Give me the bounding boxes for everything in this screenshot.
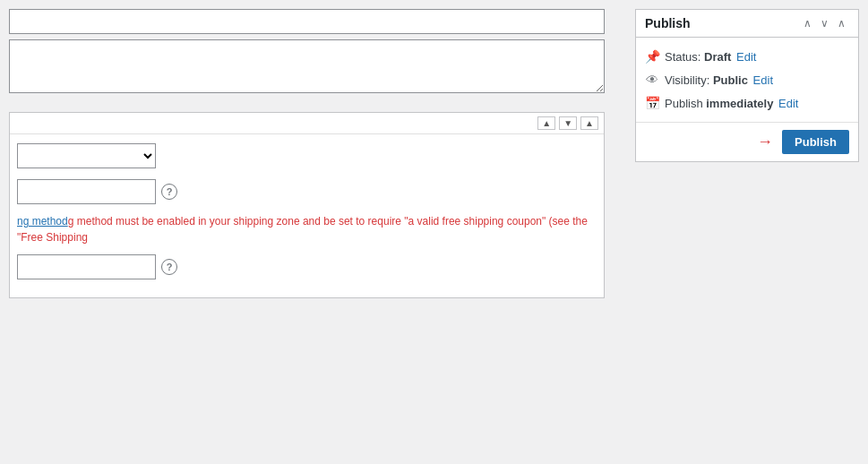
publish-time-label: Publish immediately Edit <box>665 97 798 110</box>
inner-panel: ▲ ▼ ▲ Option 1 Option 2 ? <box>9 112 605 298</box>
text-field-row-2: ? <box>17 254 597 279</box>
inner-panel-body: Option 1 Option 2 ? ng methodg method mu… <box>10 134 604 297</box>
publish-arrow-icon: → <box>757 133 773 151</box>
notice-text: ng methodg method must be enabled in you… <box>17 213 597 245</box>
separator <box>9 101 605 108</box>
calendar-icon: 📅 <box>645 96 659 110</box>
status-icon: 📌 <box>645 49 659 64</box>
shipping-select[interactable]: Option 1 Option 2 <box>17 143 156 168</box>
publish-time-value: immediately <box>706 97 773 110</box>
help-icon-2[interactable]: ? <box>161 259 177 275</box>
publish-ctrl-collapse[interactable]: ∧ <box>834 16 849 30</box>
publish-panel-controls: ∧ ∨ ∧ <box>800 16 849 30</box>
visibility-edit-link[interactable]: Edit <box>753 73 773 87</box>
visibility-icon: 👁 <box>645 73 659 87</box>
visibility-label: Visibility: Public Edit <box>665 73 773 87</box>
select-field-row: Option 1 Option 2 <box>17 143 597 168</box>
text-field-row-1: ? <box>17 179 597 204</box>
top-text-input[interactable] <box>9 9 605 34</box>
publish-button[interactable]: Publish <box>782 130 849 154</box>
publish-time-edit-link[interactable]: Edit <box>778 97 798 110</box>
publish-panel: Publish ∧ ∨ ∧ 📌 Status: Draft Edit 👁 Vis… <box>635 9 859 162</box>
status-value: Draft <box>704 50 731 64</box>
panel-collapse-btn[interactable]: ▲ <box>580 116 598 130</box>
short-text-input-1[interactable] <box>17 179 156 204</box>
publish-panel-footer: → Publish <box>636 122 858 161</box>
panel-up-btn[interactable]: ▲ <box>537 116 555 130</box>
short-text-input-2[interactable] <box>17 254 156 279</box>
inner-panel-header: ▲ ▼ ▲ <box>10 113 604 134</box>
visibility-row: 👁 Visibility: Public Edit <box>645 68 849 91</box>
publish-panel-header: Publish ∧ ∨ ∧ <box>636 10 858 38</box>
visibility-value: Public <box>713 73 748 87</box>
description-textarea[interactable] <box>9 39 605 93</box>
publish-panel-body: 📌 Status: Draft Edit 👁 Visibility: Publi… <box>636 38 858 122</box>
publish-ctrl-down[interactable]: ∨ <box>817 16 832 30</box>
help-icon-1[interactable]: ? <box>161 184 177 200</box>
main-content-area: ▲ ▼ ▲ Option 1 Option 2 ? <box>0 0 614 464</box>
status-label: Status: Draft Edit <box>665 50 756 64</box>
publish-panel-title: Publish <box>645 16 691 30</box>
status-row: 📌 Status: Draft Edit <box>645 45 849 68</box>
publish-ctrl-up[interactable]: ∧ <box>800 16 815 30</box>
publish-time-row: 📅 Publish immediately Edit <box>645 91 849 115</box>
status-edit-link[interactable]: Edit <box>736 50 756 64</box>
panel-down-btn[interactable]: ▼ <box>559 116 577 130</box>
notice-link[interactable]: ng method <box>17 215 68 228</box>
